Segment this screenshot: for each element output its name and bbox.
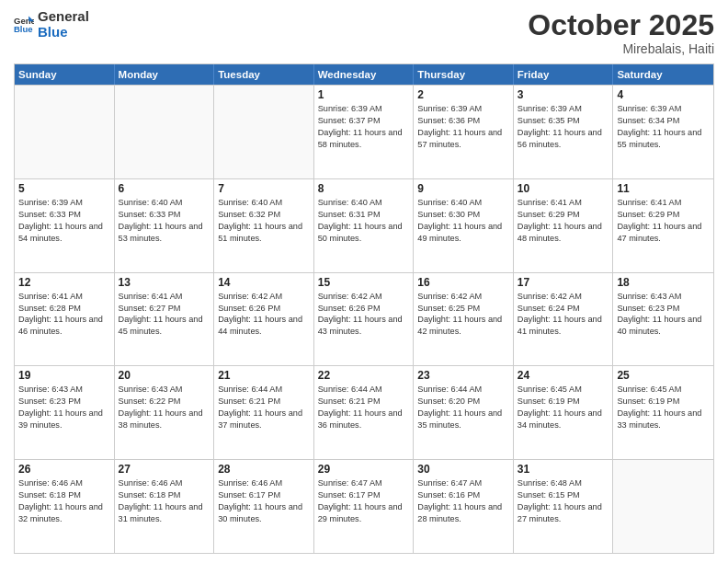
cell-info: Sunrise: 6:42 AM Sunset: 6:26 PM Dayligh… [218,291,310,339]
svg-text:Blue: Blue [14,24,33,34]
cell-day-number: 2 [417,88,509,101]
cell-info: Sunrise: 6:40 AM Sunset: 6:33 PM Dayligh… [119,197,210,245]
day-17: 17Sunrise: 6:42 AM Sunset: 6:24 PM Dayli… [514,273,614,366]
day-30: 30Sunrise: 6:47 AM Sunset: 6:16 PM Dayli… [414,460,514,553]
cell-day-number: 25 [617,369,710,382]
cell-day-number: 6 [119,182,210,195]
header-sunday: Sunday [15,64,115,85]
day-6: 6Sunrise: 6:40 AM Sunset: 6:33 PM Daylig… [115,179,215,272]
cell-day-number: 12 [18,276,110,289]
cell-info: Sunrise: 6:46 AM Sunset: 6:18 PM Dayligh… [119,477,210,525]
day-4: 4Sunrise: 6:39 AM Sunset: 6:34 PM Daylig… [613,86,713,178]
day-11: 11Sunrise: 6:41 AM Sunset: 6:29 PM Dayli… [613,179,713,272]
header-wednesday: Wednesday [314,64,415,85]
day-16: 16Sunrise: 6:42 AM Sunset: 6:25 PM Dayli… [414,273,514,366]
day-22: 22Sunrise: 6:44 AM Sunset: 6:21 PM Dayli… [314,366,415,459]
cell-day-number: 7 [218,182,310,195]
cell-info: Sunrise: 6:48 AM Sunset: 6:15 PM Dayligh… [518,477,609,525]
cell-info: Sunrise: 6:45 AM Sunset: 6:19 PM Dayligh… [617,384,710,431]
day-20: 20Sunrise: 6:43 AM Sunset: 6:22 PM Dayli… [115,366,215,459]
cell-info: Sunrise: 6:39 AM Sunset: 6:33 PM Dayligh… [18,197,110,245]
empty-cell [115,86,215,178]
header-tuesday: Tuesday [214,64,314,85]
header-monday: Monday [115,64,215,85]
cell-day-number: 8 [318,182,410,195]
day-27: 27Sunrise: 6:46 AM Sunset: 6:18 PM Dayli… [115,460,215,553]
cell-day-number: 1 [318,88,410,101]
cell-info: Sunrise: 6:43 AM Sunset: 6:23 PM Dayligh… [18,384,110,431]
day-26: 26Sunrise: 6:46 AM Sunset: 6:18 PM Dayli… [15,460,115,553]
cell-day-number: 5 [18,182,110,195]
day-13: 13Sunrise: 6:41 AM Sunset: 6:27 PM Dayli… [115,273,215,366]
day-2: 2Sunrise: 6:39 AM Sunset: 6:36 PM Daylig… [414,86,514,178]
day-19: 19Sunrise: 6:43 AM Sunset: 6:23 PM Dayli… [15,366,115,459]
cell-info: Sunrise: 6:39 AM Sunset: 6:34 PM Dayligh… [617,103,710,151]
cell-info: Sunrise: 6:42 AM Sunset: 6:26 PM Dayligh… [318,291,410,339]
cell-info: Sunrise: 6:41 AM Sunset: 6:29 PM Dayligh… [617,197,710,245]
cell-info: Sunrise: 6:41 AM Sunset: 6:28 PM Dayligh… [18,291,110,339]
cell-info: Sunrise: 6:47 AM Sunset: 6:17 PM Dayligh… [318,477,410,525]
day-3: 3Sunrise: 6:39 AM Sunset: 6:35 PM Daylig… [514,86,614,178]
day-10: 10Sunrise: 6:41 AM Sunset: 6:29 PM Dayli… [514,179,614,272]
cell-info: Sunrise: 6:46 AM Sunset: 6:18 PM Dayligh… [18,477,110,525]
day-14: 14Sunrise: 6:42 AM Sunset: 6:26 PM Dayli… [214,273,314,366]
cell-day-number: 19 [18,369,110,382]
week-4: 19Sunrise: 6:43 AM Sunset: 6:23 PM Dayli… [15,365,713,459]
header-thursday: Thursday [414,64,514,85]
cell-day-number: 18 [617,276,710,289]
day-15: 15Sunrise: 6:42 AM Sunset: 6:26 PM Dayli… [314,273,415,366]
day-12: 12Sunrise: 6:41 AM Sunset: 6:28 PM Dayli… [15,273,115,366]
day-23: 23Sunrise: 6:44 AM Sunset: 6:20 PM Dayli… [414,366,514,459]
week-1: 1Sunrise: 6:39 AM Sunset: 6:37 PM Daylig… [15,85,713,178]
cell-day-number: 27 [119,463,210,476]
day-7: 7Sunrise: 6:40 AM Sunset: 6:32 PM Daylig… [214,179,314,272]
cell-info: Sunrise: 6:43 AM Sunset: 6:22 PM Dayligh… [119,384,210,431]
cell-info: Sunrise: 6:40 AM Sunset: 6:30 PM Dayligh… [417,197,509,245]
cell-day-number: 16 [417,276,509,289]
week-2: 5Sunrise: 6:39 AM Sunset: 6:33 PM Daylig… [15,178,713,272]
cell-day-number: 15 [318,276,410,289]
empty-cell [613,460,713,553]
calendar: Sunday Monday Tuesday Wednesday Thursday… [14,63,714,554]
cell-day-number: 3 [518,88,609,101]
cell-info: Sunrise: 6:43 AM Sunset: 6:23 PM Dayligh… [617,291,710,339]
day-9: 9Sunrise: 6:40 AM Sunset: 6:30 PM Daylig… [414,179,514,272]
header: General Blue General Blue October 2025 M… [14,9,714,56]
cell-day-number: 30 [417,463,509,476]
day-8: 8Sunrise: 6:40 AM Sunset: 6:31 PM Daylig… [314,179,415,272]
logo-general-text: General [38,9,89,25]
empty-cell [214,86,314,178]
day-1: 1Sunrise: 6:39 AM Sunset: 6:37 PM Daylig… [314,86,415,178]
cell-day-number: 9 [417,182,509,195]
cell-day-number: 10 [518,182,609,195]
cell-day-number: 31 [518,463,609,476]
cell-info: Sunrise: 6:39 AM Sunset: 6:36 PM Dayligh… [417,103,509,151]
cell-info: Sunrise: 6:46 AM Sunset: 6:17 PM Dayligh… [218,477,310,525]
cell-info: Sunrise: 6:40 AM Sunset: 6:32 PM Dayligh… [218,197,310,245]
cell-info: Sunrise: 6:39 AM Sunset: 6:35 PM Dayligh… [518,103,609,151]
day-5: 5Sunrise: 6:39 AM Sunset: 6:33 PM Daylig… [15,179,115,272]
logo-blue-text: Blue [38,25,89,40]
cell-day-number: 17 [518,276,609,289]
cell-day-number: 14 [218,276,310,289]
cell-day-number: 28 [218,463,310,476]
header-saturday: Saturday [613,64,713,85]
cell-day-number: 11 [617,182,710,195]
page: General Blue General Blue October 2025 M… [0,0,728,563]
calendar-body: 1Sunrise: 6:39 AM Sunset: 6:37 PM Daylig… [15,85,713,553]
day-21: 21Sunrise: 6:44 AM Sunset: 6:21 PM Dayli… [214,366,314,459]
day-31: 31Sunrise: 6:48 AM Sunset: 6:15 PM Dayli… [514,460,614,553]
title-block: October 2025 Mirebalais, Haiti [528,9,714,56]
cell-info: Sunrise: 6:42 AM Sunset: 6:25 PM Dayligh… [417,291,509,339]
cell-day-number: 13 [119,276,210,289]
cell-day-number: 20 [119,369,210,382]
cell-day-number: 21 [218,369,310,382]
cell-info: Sunrise: 6:44 AM Sunset: 6:21 PM Dayligh… [318,384,410,431]
cell-info: Sunrise: 6:42 AM Sunset: 6:24 PM Dayligh… [518,291,609,339]
cell-info: Sunrise: 6:44 AM Sunset: 6:20 PM Dayligh… [417,384,509,431]
cell-info: Sunrise: 6:45 AM Sunset: 6:19 PM Dayligh… [518,384,609,431]
location: Mirebalais, Haiti [528,41,714,56]
cell-day-number: 26 [18,463,110,476]
cell-day-number: 29 [318,463,410,476]
week-3: 12Sunrise: 6:41 AM Sunset: 6:28 PM Dayli… [15,272,713,366]
